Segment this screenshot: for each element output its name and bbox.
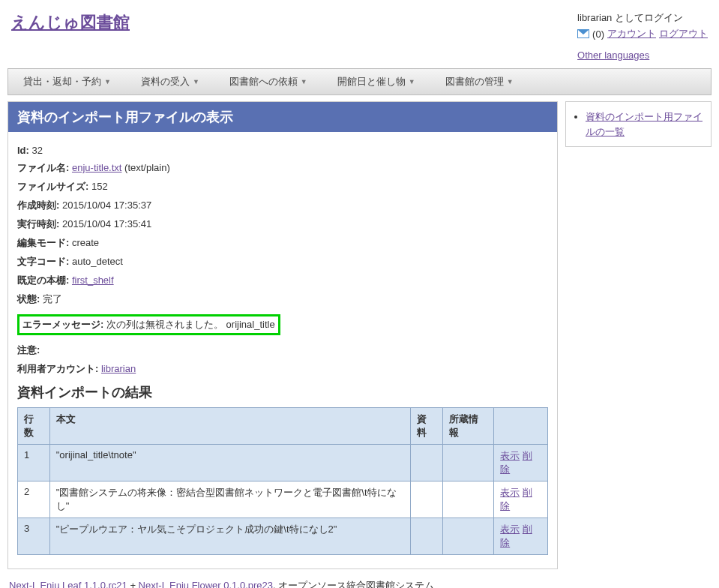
nav-manage[interactable]: 図書館の管理▼ — [430, 69, 529, 94]
cell-line: 1 — [18, 445, 50, 482]
main-nav: 貸出・返却・予約▼ 資料の受入▼ 図書館への依頼▼ 開館日と催し物▼ 図書館の管… — [7, 68, 712, 95]
shelf-link[interactable]: first_shelf — [72, 274, 114, 286]
cell-resource — [411, 518, 443, 555]
cell-resource — [411, 445, 443, 482]
account-link[interactable]: アカウント — [607, 27, 656, 40]
filesize-label: ファイルサイズ: — [17, 181, 88, 192]
th-line: 行数 — [18, 408, 50, 445]
mail-icon[interactable] — [577, 29, 589, 38]
footer-flower-link[interactable]: Next-L Enju Flower 0.1.0.pre23 — [139, 580, 273, 588]
logout-link[interactable]: ログアウト — [659, 27, 708, 40]
show-link[interactable]: 表示 — [500, 487, 520, 498]
cell-actions: 表示 削除 — [494, 482, 548, 518]
table-row: 3"ピープルウエア：ヤル気こそプロジェクト成功の鍵\t特になし2"表示 削除 — [18, 518, 548, 555]
table-row: 2"図書館システムの将来像：密結合型図書館ネットワークと電子図書館\t特になし"… — [18, 482, 548, 518]
nav-request[interactable]: 図書館への依頼▼ — [214, 69, 322, 94]
cell-line: 2 — [18, 482, 50, 518]
show-link[interactable]: 表示 — [500, 450, 520, 461]
nav-loan[interactable]: 貸出・返却・予約▼ — [8, 69, 126, 94]
cell-body: "orijinal_title\tnote" — [49, 445, 410, 482]
chevron-down-icon: ▼ — [409, 78, 415, 86]
cell-line: 3 — [18, 518, 50, 555]
cell-body: "ピープルウエア：ヤル気こそプロジェクト成功の鍵\t特になし2" — [49, 518, 410, 555]
filesize-value: 152 — [91, 181, 108, 192]
created-label: 作成時刻: — [17, 200, 59, 211]
encoding-value: auto_detect — [72, 256, 123, 267]
created-value: 2015/10/04 17:35:37 — [62, 200, 151, 211]
error-message-highlight: エラーメッセージ: 次の列は無視されました。 orijinal_title — [17, 314, 280, 335]
executed-label: 実行時刻: — [17, 218, 59, 230]
state-value: 完了 — [43, 293, 62, 304]
nav-calendar[interactable]: 開館日と催し物▼ — [322, 69, 430, 94]
site-title-link[interactable]: えんじゅ図書館 — [11, 11, 130, 34]
sidebar: 資料のインポート用ファイルの一覧 — [565, 101, 712, 147]
th-body: 本文 — [49, 408, 410, 445]
account-link-value[interactable]: librarian — [101, 363, 136, 374]
table-row: 1"orijinal_title\tnote"表示 削除 — [18, 445, 548, 482]
notification-count: (0) — [592, 28, 604, 40]
cell-actions: 表示 削除 — [494, 445, 548, 482]
chevron-down-icon: ▼ — [507, 78, 514, 86]
id-value: 32 — [32, 145, 43, 156]
results-title: 資料インポートの結果 — [17, 383, 548, 401]
th-item: 所蔵情報 — [442, 408, 493, 445]
cell-item — [442, 518, 493, 555]
chevron-down-icon: ▼ — [301, 78, 307, 86]
filename-link[interactable]: enju-title.txt — [72, 162, 121, 173]
error-value: 次の列は無視されました。 orijinal_title — [106, 319, 275, 330]
nav-acquire[interactable]: 資料の受入▼ — [126, 69, 214, 94]
cell-body: "図書館システムの将来像：密結合型図書館ネットワークと電子図書館\t特になし" — [49, 482, 410, 518]
results-table: 行数 本文 資料 所蔵情報 1"orijinal_title\tnote"表示 … — [17, 407, 548, 555]
other-languages-link[interactable]: Other languages — [577, 50, 649, 61]
error-label: エラーメッセージ: — [22, 319, 103, 330]
cell-item — [442, 482, 493, 518]
footer: Next-L Enju Leaf 1.1.0.rc21 + Next-L Enj… — [7, 578, 712, 588]
page-title: 資料のインポート用ファイルの表示 — [8, 102, 557, 132]
logged-in-text: librarian としてログイン — [577, 11, 708, 25]
th-resource: 資料 — [411, 408, 443, 445]
state-label: 状態: — [17, 293, 40, 304]
cell-resource — [411, 482, 443, 518]
filename-label: ファイル名: — [17, 162, 69, 173]
chevron-down-icon: ▼ — [104, 78, 111, 86]
note-label: 注意: — [17, 344, 40, 356]
footer-leaf-link[interactable]: Next-L Enju Leaf 1.1.0.rc21 — [9, 580, 127, 588]
account-label: 利用者アカウント: — [17, 363, 98, 374]
sidebar-list-link[interactable]: 資料のインポート用ファイルの一覧 — [586, 111, 703, 137]
chevron-down-icon: ▼ — [193, 78, 199, 86]
mode-value: create — [72, 237, 99, 248]
mode-label: 編集モード: — [17, 237, 69, 248]
user-area: librarian としてログイン (0) アカウント ログアウト Other … — [577, 11, 708, 61]
id-label: Id: — [17, 145, 29, 156]
filename-mime: (text/plain) — [121, 162, 169, 173]
show-link[interactable]: 表示 — [500, 524, 520, 535]
executed-value: 2015/10/04 17:35:41 — [62, 218, 151, 230]
cell-item — [442, 445, 493, 482]
cell-actions: 表示 削除 — [494, 518, 548, 555]
shelf-label: 既定の本棚: — [17, 274, 69, 286]
th-actions — [494, 408, 548, 445]
main-content: 資料のインポート用ファイルの表示 Id: 32 ファイル名: enju-titl… — [7, 101, 558, 569]
encoding-label: 文字コード: — [17, 256, 69, 267]
